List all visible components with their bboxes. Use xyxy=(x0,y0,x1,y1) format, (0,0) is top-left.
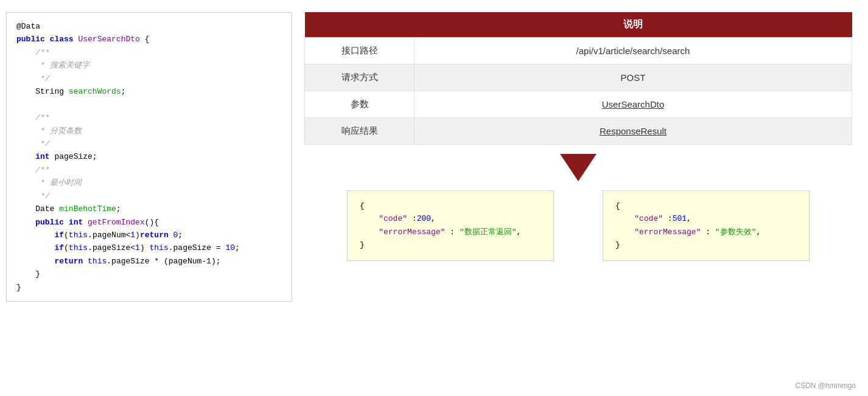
code-box: @Data public class UserSearchDto { /** *… xyxy=(6,12,292,302)
table-cell-label-0: 接口路径 xyxy=(305,38,415,64)
code-line-c2e: */ xyxy=(16,137,282,150)
code-line-m3: return this.pageSize * (pageNum-1); xyxy=(16,255,282,268)
result-box-error: { "code" :501, "errorMessage" : "参数失效", … xyxy=(603,190,810,261)
code-line-blank1 xyxy=(16,99,282,111)
code-line-mclose: } xyxy=(16,268,282,280)
table-header-col1 xyxy=(305,12,415,38)
table-cell-label-1: 请求方式 xyxy=(305,64,415,91)
code-line-annotation: @Data xyxy=(16,20,282,33)
table-cell-value-0: /api/v1/article/search/search xyxy=(415,38,852,64)
code-line-f2: int pageSize; xyxy=(16,150,282,163)
result-box-success: { "code" :200, "errorMessage" : "数据正常返回"… xyxy=(347,190,554,261)
code-line-class: public class UserSearchDto { xyxy=(16,33,282,46)
code-line-m1: if(this.pageNum<1)return 0; xyxy=(16,229,282,241)
code-line-c1s: /** xyxy=(16,46,282,59)
code-line-c2b: * 分页条数 xyxy=(16,125,282,137)
arrow-down-icon xyxy=(560,154,597,181)
code-line-c3s: /** xyxy=(16,164,282,176)
left-panel: @Data public class UserSearchDto { /** *… xyxy=(0,0,298,396)
table-cell-label-2: 参数 xyxy=(305,91,415,118)
code-line-c1b: * 搜索关键字 xyxy=(16,59,282,72)
code-line-c2s: /** xyxy=(16,111,282,124)
watermark: CSDN @hmmmgo xyxy=(795,381,856,390)
result-brace-open-2: { xyxy=(615,200,797,212)
code-line-method: public int getFromIndex(){ xyxy=(16,216,282,229)
arrow-container xyxy=(304,154,852,181)
code-line-c1e: */ xyxy=(16,72,282,85)
code-line-f3: Date minBehotTime; xyxy=(16,203,282,215)
code-line-cclose: } xyxy=(16,281,282,294)
table-cell-value-1: POST xyxy=(415,64,852,91)
result-brace-open-1: { xyxy=(360,200,541,212)
code-line-f1: String searchWords; xyxy=(16,85,282,98)
right-panel: 说明 接口路径/api/v1/article/search/search请求方式… xyxy=(298,0,868,396)
result-boxes: { "code" :200, "errorMessage" : "数据正常返回"… xyxy=(304,190,852,261)
result-key2-1: "errorMessage" : "数据正常返回", xyxy=(360,226,541,238)
result-brace-close-2: } xyxy=(615,238,797,251)
code-line-c3e: */ xyxy=(16,190,282,203)
code-line-m2: if(this.pageSize<1) this.pageSize = 10; xyxy=(16,241,282,254)
result-key1-1: "code" :200, xyxy=(360,212,541,225)
code-line-c3b: * 最小时间 xyxy=(16,176,282,189)
result-key1-2: "code" :501, xyxy=(615,212,797,225)
table-cell-label-3: 响应结果 xyxy=(305,118,415,145)
api-table: 说明 接口路径/api/v1/article/search/search请求方式… xyxy=(304,12,852,145)
table-cell-value-2: UserSearchDto xyxy=(415,91,852,118)
result-key2-2: "errorMessage" : "参数失效", xyxy=(615,226,797,238)
table-cell-value-3: ResponseResult xyxy=(415,118,852,145)
result-brace-close-1: } xyxy=(360,238,541,251)
table-header-col2: 说明 xyxy=(415,12,852,38)
